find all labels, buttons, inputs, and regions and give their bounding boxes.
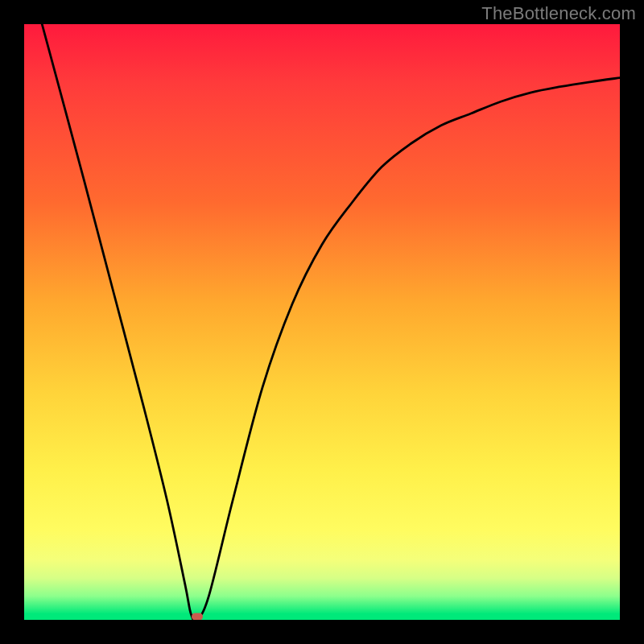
chart-frame: TheBottleneck.com xyxy=(0,0,644,644)
watermark-label: TheBottleneck.com xyxy=(481,3,636,24)
plot-area xyxy=(24,24,620,620)
bottleneck-curve xyxy=(24,24,620,620)
min-marker-icon xyxy=(192,613,203,620)
